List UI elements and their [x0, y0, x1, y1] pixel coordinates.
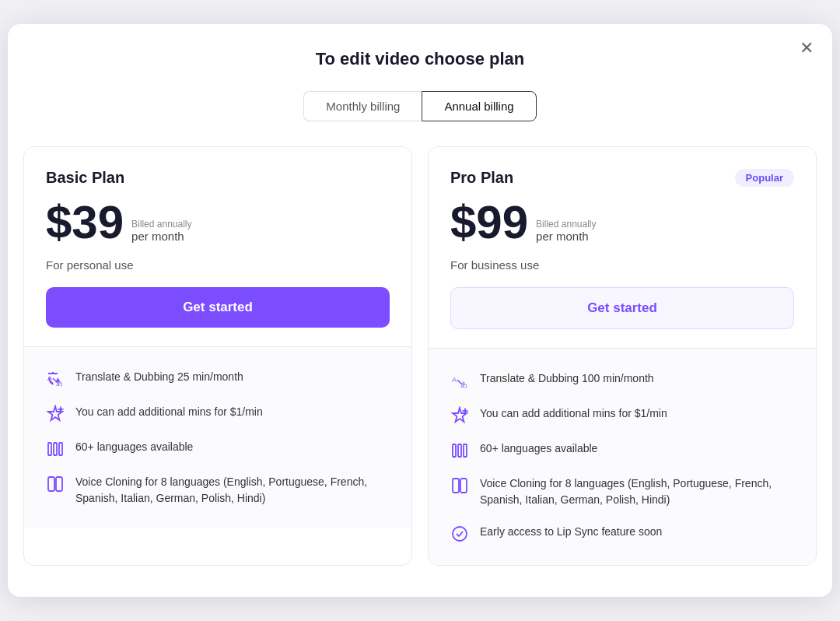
pro-plan-subtitle: For business use [450, 258, 794, 272]
monthly-billing-button[interactable]: Monthly billing [303, 91, 422, 121]
basic-plan-card: Basic Plan $39 Billed annually per month… [23, 146, 412, 566]
languages-icon-pro [450, 441, 469, 460]
basic-per-month: per month [131, 230, 191, 243]
pro-per-month: per month [536, 230, 596, 243]
basic-feature-voice-text: Voice Cloning for 8 languages (English, … [75, 474, 390, 507]
close-button[interactable]: ✕ [800, 40, 814, 57]
svg-rect-5 [59, 443, 62, 455]
pro-feature-lipsync: Early access to Lip Sync feature soon [450, 524, 794, 543]
basic-feature-translate: A あ Translate & Dubbing 25 min/month [46, 369, 390, 388]
svg-rect-6 [48, 477, 54, 491]
svg-rect-12 [458, 444, 461, 457]
voice-clone-icon [46, 475, 65, 493]
pro-feature-lipsync-text: Early access to Lip Sync feature soon [480, 524, 662, 540]
check-circle-icon [450, 525, 469, 543]
pro-feature-addmins-text: You can add additional mins for $1/min [480, 405, 667, 422]
basic-billed-text: Billed annually [131, 219, 191, 230]
modal-title: To edit video choose plan [23, 49, 817, 69]
basic-feature-addmins: You can add additional mins for $1/min [46, 404, 390, 423]
pricing-modal: To edit video choose plan ✕ Monthly bill… [8, 24, 832, 597]
pro-plan-top: Pro Plan Popular $99 Billed annually per… [429, 147, 816, 348]
svg-rect-14 [453, 479, 459, 493]
pro-plan-name: Pro Plan [450, 169, 513, 187]
basic-plan-features: A あ Translate & Dubbing 25 min/month You… [24, 346, 411, 528]
pro-price-row: $99 Billed annually per month [450, 199, 794, 246]
basic-plan-name-row: Basic Plan [46, 169, 390, 187]
languages-icon [46, 440, 65, 458]
pro-price-amount: $99 [450, 199, 528, 246]
svg-rect-13 [464, 444, 467, 457]
pro-feature-voice: Voice Cloning for 8 languages (English, … [450, 475, 794, 508]
svg-text:A: A [452, 376, 457, 384]
pro-price-details: Billed annually per month [536, 219, 596, 246]
sparkle-icon-pro [450, 406, 469, 425]
pro-feature-addmins: You can add additional mins for $1/min [450, 405, 794, 425]
basic-plan-name: Basic Plan [46, 169, 124, 187]
billing-toggle: Monthly billing Annual billing [23, 91, 817, 121]
svg-text:A: A [47, 374, 52, 382]
basic-get-started-button[interactable]: Get started [46, 287, 390, 328]
annual-billing-button[interactable]: Annual billing [422, 91, 536, 121]
basic-price-amount: $39 [46, 199, 124, 246]
sparkle-icon [46, 405, 65, 423]
basic-price-row: $39 Billed annually per month [46, 199, 390, 246]
basic-feature-translate-text: Translate & Dubbing 25 min/month [75, 369, 243, 385]
basic-price-details: Billed annually per month [131, 219, 191, 246]
svg-rect-3 [48, 443, 51, 455]
svg-rect-7 [56, 477, 62, 491]
pro-billed-text: Billed annually [536, 219, 596, 230]
translate-icon: A あ [46, 370, 65, 388]
pro-feature-languages-text: 60+ languages available [480, 440, 597, 457]
basic-feature-languages-text: 60+ languages available [75, 439, 193, 455]
basic-feature-addmins-text: You can add additional mins for $1/min [75, 404, 263, 420]
svg-rect-15 [460, 479, 467, 493]
svg-point-16 [453, 527, 467, 541]
basic-feature-voice: Voice Cloning for 8 languages (English, … [46, 474, 390, 507]
plans-container: Basic Plan $39 Billed annually per month… [23, 146, 817, 566]
basic-plan-top: Basic Plan $39 Billed annually per month… [24, 147, 411, 346]
popular-badge: Popular [735, 169, 794, 187]
modal-header: To edit video choose plan [23, 49, 817, 69]
pro-plan-name-row: Pro Plan Popular [450, 169, 794, 187]
translate-icon-pro: A あ [450, 371, 469, 390]
svg-rect-4 [54, 443, 57, 455]
pro-plan-features: A あ Translate & Dubbing 100 min/month Yo… [429, 348, 816, 565]
voice-clone-icon-pro [450, 476, 469, 495]
pro-feature-languages: 60+ languages available [450, 440, 794, 460]
pro-feature-translate-text: Translate & Dubbing 100 min/month [480, 370, 654, 387]
basic-plan-subtitle: For personal use [46, 258, 390, 272]
svg-rect-11 [453, 444, 456, 457]
pro-feature-voice-text: Voice Cloning for 8 languages (English, … [480, 475, 794, 508]
pro-plan-card: Pro Plan Popular $99 Billed annually per… [428, 146, 817, 566]
pro-feature-translate: A あ Translate & Dubbing 100 min/month [450, 370, 794, 390]
pro-get-started-button[interactable]: Get started [450, 287, 794, 329]
basic-feature-languages: 60+ languages available [46, 439, 390, 458]
